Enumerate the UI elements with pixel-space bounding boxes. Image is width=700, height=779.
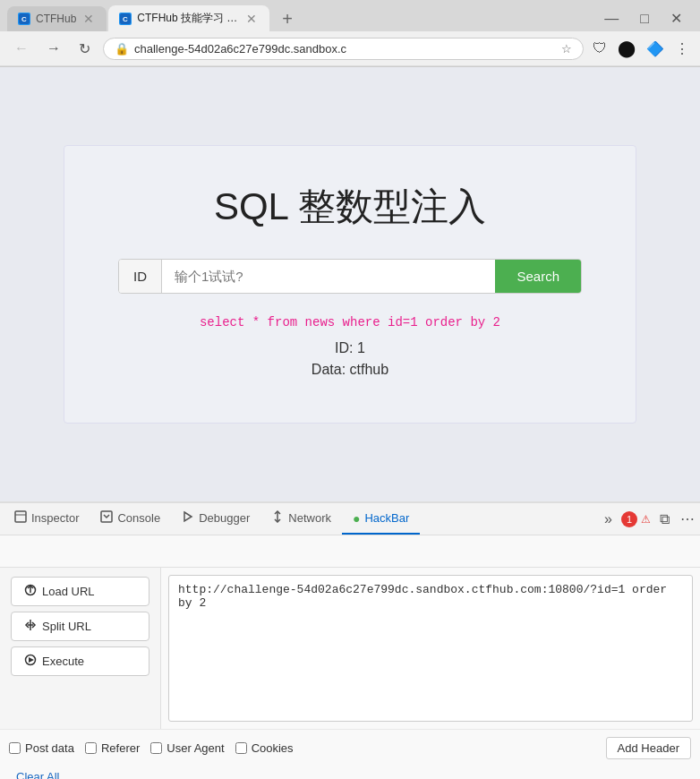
- page-title: SQL 整数型注入: [118, 182, 582, 232]
- hackbar-panel: Load URL Split URL Execute http://c: [0, 535, 700, 779]
- search-input[interactable]: [162, 260, 495, 293]
- minimize-button[interactable]: —: [593, 8, 629, 29]
- debugger-icon: [182, 510, 194, 526]
- hackbar-main: Load URL Split URL Execute http://c: [0, 568, 700, 729]
- tab-label-1: CTFHub: [36, 13, 76, 25]
- post-data-label: Post data: [25, 741, 74, 755]
- tab-favicon-1: C: [18, 13, 30, 25]
- load-url-icon: [24, 584, 37, 599]
- tab-network[interactable]: Network: [260, 503, 342, 535]
- hackbar-icon: ●: [353, 511, 360, 526]
- refresh-button[interactable]: ↻: [73, 39, 96, 59]
- referer-checkbox-group[interactable]: Referer: [85, 741, 140, 755]
- maximize-button[interactable]: □: [629, 8, 660, 29]
- load-url-button[interactable]: Load URL: [11, 577, 149, 606]
- hackbar-url-input[interactable]: http://challenge-54d02a6c27e799dc.sandbo…: [168, 575, 693, 722]
- dock-icon[interactable]: ⧉: [658, 509, 671, 529]
- console-label: Console: [117, 511, 160, 525]
- execute-icon: [24, 654, 37, 669]
- menu-icon[interactable]: ⋮: [673, 39, 691, 59]
- tab-debugger[interactable]: Debugger: [171, 503, 260, 535]
- user-agent-label: User Agent: [166, 741, 224, 755]
- window-controls: — □ ✕: [593, 8, 693, 29]
- svg-text:C: C: [21, 15, 27, 23]
- network-label: Network: [288, 511, 331, 525]
- tab-label-2: CTFHub 技能学习 | 整数型注...: [137, 11, 239, 26]
- devtools-tab-bar: Inspector Console Debugger Network ● Hac…: [0, 503, 700, 535]
- tab-hackbar[interactable]: ● HackBar: [342, 504, 420, 535]
- inspector-icon: [14, 510, 27, 526]
- tab-ctfhub-challenge[interactable]: C CTFHub 技能学习 | 整数型注... ✕: [108, 5, 269, 31]
- console-icon: [100, 510, 113, 526]
- forward-button[interactable]: →: [41, 39, 66, 58]
- back-button[interactable]: ←: [9, 39, 34, 58]
- error-badge: 1: [621, 511, 637, 527]
- add-header-button[interactable]: Add Header: [606, 737, 691, 759]
- svg-text:C: C: [123, 15, 128, 23]
- error-icon: ⚠: [641, 513, 651, 526]
- devtools-panel: Inspector Console Debugger Network ● Hac…: [0, 501, 700, 779]
- user-agent-checkbox-group[interactable]: User Agent: [150, 741, 224, 755]
- search-button[interactable]: Search: [495, 260, 581, 293]
- post-data-checkbox[interactable]: [9, 742, 21, 754]
- page-content: SQL 整数型注入 ID Search select * from news w…: [0, 67, 700, 501]
- hackbar-options: Post data Referer User Agent Cookies Add…: [0, 729, 700, 766]
- browser-chrome: C CTFHub ✕ C CTFHub 技能学习 | 整数型注... ✕ + —…: [0, 0, 700, 67]
- address-bar[interactable]: 🔒 challenge-54d02a6c27e799dc.sandbox.c ☆: [103, 38, 584, 60]
- execute-button[interactable]: Execute: [11, 646, 149, 676]
- nav-bar: ← → ↻ 🔒 challenge-54d02a6c27e799dc.sandb…: [0, 31, 700, 66]
- id-label: ID: [119, 260, 162, 293]
- hackbar-label: HackBar: [364, 511, 409, 525]
- hackbar-toolbar-area: [0, 535, 700, 568]
- bookmark-icon[interactable]: ☆: [561, 42, 572, 56]
- new-tab-button[interactable]: +: [275, 10, 300, 28]
- result-data: Data: ctfhub: [118, 362, 582, 378]
- address-text: challenge-54d02a6c27e799dc.sandbox.c: [134, 42, 556, 56]
- execute-label: Execute: [42, 655, 84, 668]
- cookies-label: Cookies: [252, 741, 294, 755]
- debugger-label: Debugger: [199, 511, 250, 525]
- post-data-checkbox-group[interactable]: Post data: [9, 741, 74, 755]
- result-id: ID: 1: [118, 340, 582, 356]
- sql-query: select * from news where id=1 order by 2: [118, 315, 582, 330]
- tab-close-2[interactable]: ✕: [244, 12, 259, 26]
- split-url-label: Split URL: [42, 620, 91, 633]
- split-url-icon: [24, 619, 37, 634]
- tab-inspector[interactable]: Inspector: [4, 503, 90, 535]
- profile-icon[interactable]: ⬤: [616, 37, 637, 60]
- hackbar-url-area: http://challenge-54d02a6c27e799dc.sandbo…: [161, 568, 700, 729]
- tab-ctfhub[interactable]: C CTFHub ✕: [7, 6, 107, 31]
- nav-icons: 🛡 ⬤ 🔷 ⋮: [591, 37, 691, 60]
- clear-all-row: Clear All: [0, 766, 700, 779]
- split-url-button[interactable]: Split URL: [11, 612, 149, 641]
- cookies-checkbox[interactable]: [235, 742, 247, 754]
- search-row: ID Search: [118, 259, 582, 294]
- svg-marker-7: [184, 512, 192, 521]
- referer-label: Referer: [101, 741, 140, 755]
- network-icon: [271, 510, 284, 526]
- svg-rect-4: [15, 511, 26, 522]
- shield-icon[interactable]: 🛡: [591, 39, 609, 58]
- referer-checkbox[interactable]: [85, 742, 97, 754]
- tab-bar: C CTFHub ✕ C CTFHub 技能学习 | 整数型注... ✕ + —…: [0, 0, 700, 31]
- tab-console[interactable]: Console: [90, 503, 171, 535]
- user-agent-checkbox[interactable]: [150, 742, 162, 754]
- clear-all-link[interactable]: Clear All: [16, 770, 59, 779]
- main-card: SQL 整数型注入 ID Search select * from news w…: [64, 145, 636, 424]
- extension-icon[interactable]: 🔷: [645, 39, 666, 59]
- lock-icon: 🔒: [115, 42, 129, 56]
- inspector-label: Inspector: [31, 511, 79, 525]
- cookies-checkbox-group[interactable]: Cookies: [235, 741, 294, 755]
- tab-favicon-2: C: [119, 13, 132, 25]
- hackbar-buttons-column: Load URL Split URL Execute: [0, 568, 161, 729]
- devtools-menu-icon[interactable]: ⋯: [679, 509, 696, 529]
- devtools-more-controls: » 1 ⚠ ⧉ ⋯: [602, 509, 696, 529]
- load-url-label: Load URL: [42, 585, 95, 598]
- tab-close-1[interactable]: ✕: [81, 12, 96, 26]
- more-tabs-button[interactable]: »: [602, 509, 614, 529]
- svg-marker-14: [29, 657, 34, 663]
- close-window-button[interactable]: ✕: [660, 8, 693, 29]
